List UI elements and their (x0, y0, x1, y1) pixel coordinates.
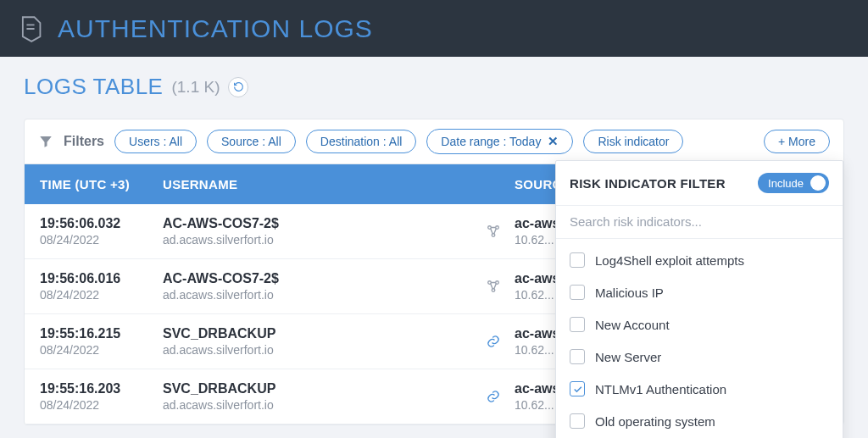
time-value: 19:55:16.215 (40, 326, 163, 341)
risk-option-label: NTLMv1 Authentication (595, 382, 726, 396)
refresh-button[interactable] (228, 77, 248, 97)
filters-bar: Filters Users : All Source : All Destina… (25, 119, 843, 164)
checkbox[interactable] (570, 252, 585, 268)
risk-option[interactable]: New Server (556, 341, 843, 373)
risk-option-label: Old operating system (595, 414, 715, 429)
funnel-icon (38, 134, 53, 149)
content-area: LOGS TABLE (1.1 K) Filters Users : All S… (0, 57, 868, 438)
filters-label: Filters (64, 134, 104, 149)
filter-chip-date-range-label: Date range : Today (441, 135, 541, 148)
username-value: AC-AWS-COS7-2$ (163, 216, 481, 231)
cell-time: 19:56:06.01608/24/2022 (40, 271, 163, 302)
column-username[interactable]: USERNAME (163, 177, 506, 191)
search-input[interactable] (570, 214, 829, 229)
cell-username: AC-AWS-COS7-2$ad.acaws.silverfort.io (163, 216, 481, 247)
filter-chip-source[interactable]: Source : All (207, 130, 296, 153)
popover-header: RISK INDICATOR FILTER Include (556, 161, 843, 206)
include-toggle[interactable]: Include (758, 173, 829, 193)
risk-indicator-filter-popover: RISK INDICATOR FILTER Include Log4Shell … (555, 160, 843, 438)
checkbox[interactable] (570, 413, 585, 429)
cell-username: AC-AWS-COS7-2$ad.acaws.silverfort.io (163, 271, 481, 302)
filter-chip-date-range[interactable]: Date range : Today ✕ (426, 129, 573, 154)
username-value: SVC_DRBACKUP (163, 381, 481, 396)
filter-chip-destination[interactable]: Destination : All (306, 130, 417, 153)
cell-username: SVC_DRBACKUPad.acaws.silverfort.io (163, 381, 481, 412)
risk-option[interactable]: New Account (556, 308, 843, 341)
risk-option[interactable]: Malicious IP (556, 276, 843, 308)
checkbox[interactable] (570, 285, 585, 300)
row-type-icon (481, 389, 506, 404)
svg-point-5 (492, 289, 495, 292)
risk-option[interactable]: Log4Shell exploit attempts (556, 244, 843, 276)
row-type-icon (481, 334, 506, 349)
risk-option-label: New Account (595, 318, 670, 332)
logs-table: Filters Users : All Source : All Destina… (24, 119, 844, 425)
refresh-icon (233, 81, 244, 92)
checkbox[interactable] (570, 317, 585, 332)
row-count: (1.1 K) (171, 78, 220, 97)
table-title: LOGS TABLE (24, 74, 163, 100)
cell-time: 19:55:16.21508/24/2022 (40, 326, 163, 357)
domain-value: ad.acaws.silverfort.io (163, 233, 481, 247)
page-title: AUTHENTICATION LOGS (58, 14, 373, 43)
popover-title: RISK INDICATOR FILTER (570, 176, 726, 191)
domain-value: ad.acaws.silverfort.io (163, 288, 481, 302)
popover-search (556, 206, 843, 239)
risk-option-label: New Server (595, 350, 661, 364)
date-value: 08/24/2022 (40, 343, 163, 357)
row-type-icon (481, 224, 506, 239)
cell-time: 19:55:16.20308/24/2022 (40, 381, 163, 412)
table-heading: LOGS TABLE (1.1 K) (24, 74, 844, 100)
filter-chip-risk-indicator[interactable]: Risk indicator (583, 130, 683, 153)
document-icon (19, 15, 42, 42)
toggle-knob (810, 175, 826, 191)
svg-point-2 (492, 234, 495, 237)
risk-option[interactable]: NTLMv1 Authentication (556, 373, 843, 405)
domain-value: ad.acaws.silverfort.io (163, 343, 481, 357)
popover-options-list: Log4Shell exploit attemptsMalicious IPNe… (556, 239, 843, 438)
checkbox[interactable] (570, 349, 585, 364)
include-toggle-label: Include (768, 177, 804, 190)
cell-username: SVC_DRBACKUPad.acaws.silverfort.io (163, 326, 481, 357)
row-type-icon (481, 279, 506, 294)
time-value: 19:56:06.016 (40, 271, 163, 286)
cell-time: 19:56:06.03208/24/2022 (40, 216, 163, 247)
close-icon[interactable]: ✕ (548, 134, 559, 149)
filter-chip-users[interactable]: Users : All (114, 130, 197, 153)
risk-option-label: Malicious IP (595, 286, 664, 300)
date-value: 08/24/2022 (40, 288, 163, 302)
date-value: 08/24/2022 (40, 398, 163, 412)
time-value: 19:56:06.032 (40, 216, 163, 231)
column-time[interactable]: TIME (UTC +3) (40, 177, 163, 191)
more-filters-button[interactable]: + More (764, 130, 830, 153)
risk-option-label: Log4Shell exploit attempts (595, 253, 744, 268)
domain-value: ad.acaws.silverfort.io (163, 398, 481, 412)
date-value: 08/24/2022 (40, 233, 163, 247)
app-header: AUTHENTICATION LOGS (0, 0, 868, 57)
username-value: SVC_DRBACKUP (163, 326, 481, 341)
checkbox[interactable] (570, 381, 585, 396)
time-value: 19:55:16.203 (40, 381, 163, 396)
username-value: AC-AWS-COS7-2$ (163, 271, 481, 286)
risk-option[interactable]: Old operating system (556, 405, 843, 437)
